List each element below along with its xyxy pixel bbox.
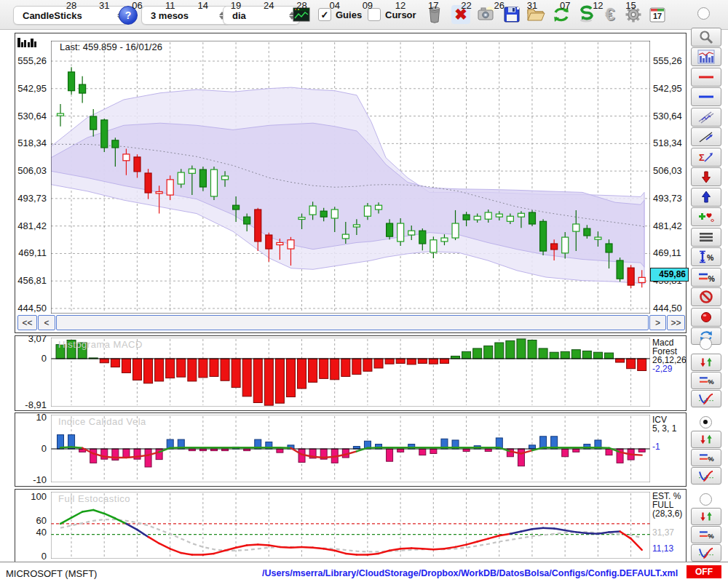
current-price-tag: 459,86 xyxy=(650,268,689,282)
cursor-label: Cursor xyxy=(385,9,416,20)
trash-icon[interactable] xyxy=(424,4,446,25)
nav-next-button[interactable]: > xyxy=(649,315,666,330)
stochastic-percent-button[interactable]: % xyxy=(691,526,721,543)
icv-curves-button[interactable] xyxy=(691,467,721,485)
help-button[interactable]: ? xyxy=(119,6,138,25)
period-dropdown[interactable]: 3 mesos xyxy=(141,6,230,25)
refresh-recycle-icon[interactable] xyxy=(550,4,572,25)
delete-x-icon[interactable]: ✖ xyxy=(450,4,472,25)
red-hline-tool-button[interactable] xyxy=(691,68,721,87)
icv-watermark: Indice Calidad Vela xyxy=(58,416,146,427)
channel-tool-button[interactable] xyxy=(691,108,721,127)
config-path-label: /Users/mserra/Library/CloudStorage/Dropb… xyxy=(262,568,677,578)
macd-watermark: Histograma MACD xyxy=(58,339,143,350)
reload-s-icon[interactable] xyxy=(575,4,597,25)
stochastic-legend-line: (28,3,6) xyxy=(652,509,682,518)
settings-gear-icon[interactable] xyxy=(622,4,644,25)
nav-last-button[interactable]: >> xyxy=(667,315,685,330)
arrow-up-tool-button[interactable] xyxy=(691,188,721,207)
marker-tools-button[interactable] xyxy=(691,207,721,226)
vertical-range-percent-button[interactable]: % xyxy=(691,247,721,266)
icv-percent-button[interactable]: % xyxy=(691,449,721,466)
camera-icon[interactable] xyxy=(475,4,496,25)
euro-icon[interactable]: € xyxy=(599,4,621,25)
macd-percent-button[interactable]: % xyxy=(691,372,721,389)
status-bar: MICROSOFT (MSFT) /Users/mserra/Library/C… xyxy=(0,562,728,582)
histogram-mini-icon xyxy=(17,35,38,48)
volume-chart-button[interactable] xyxy=(691,47,721,66)
mini-chart-icon[interactable] xyxy=(290,4,312,25)
svg-text:%: % xyxy=(708,378,714,386)
record-button[interactable] xyxy=(691,308,721,327)
stochastic-k-value: 11,13 xyxy=(652,544,673,553)
calendar-icon[interactable]: 17 xyxy=(646,4,668,25)
levels-lines-button[interactable] xyxy=(691,228,721,247)
off-status-badge[interactable]: OFF xyxy=(687,565,721,578)
svg-text:Σ: Σ xyxy=(699,152,705,163)
radio-main-chart[interactable] xyxy=(697,7,710,20)
toolbar: CandleSticks ? 3 mesos dia ✓ Guies Curso… xyxy=(0,0,728,30)
chart-type-label: CandleSticks xyxy=(23,10,82,21)
icv-legend-line: 5, 3, 1 xyxy=(652,424,676,433)
date-axis-strip[interactable] xyxy=(56,315,649,330)
svg-text:%: % xyxy=(708,455,714,463)
icv-current-value: -1 xyxy=(652,442,660,451)
calendar-day-label: 17 xyxy=(653,12,662,20)
help-label: ? xyxy=(125,9,132,21)
timeframe-label: dia xyxy=(232,10,246,21)
macd-arrows-button[interactable] xyxy=(691,354,721,371)
stochastic-chart[interactable] xyxy=(51,492,650,559)
price-chart[interactable] xyxy=(51,41,650,314)
timeframe-dropdown[interactable]: dia xyxy=(223,6,300,25)
svg-text:%: % xyxy=(707,253,714,262)
chart-type-dropdown[interactable]: CandleSticks xyxy=(13,6,128,25)
icv-arrows-button[interactable] xyxy=(691,431,721,448)
svg-text:%: % xyxy=(708,274,716,283)
stochastic-arrows-button[interactable] xyxy=(691,508,721,525)
radio-icv-panel[interactable] xyxy=(700,416,712,428)
macd-current-value: -2,29 xyxy=(652,364,687,373)
guies-label: Guies xyxy=(336,9,362,20)
nav-first-button[interactable]: << xyxy=(17,315,37,330)
open-folder-icon[interactable] xyxy=(525,4,547,25)
nav-prev-button[interactable]: < xyxy=(38,315,55,330)
macd-curves-button[interactable] xyxy=(691,390,721,407)
macd-legend: Macd Forest 26,12,26 -2,29 xyxy=(652,338,687,373)
icv-legend: ICV 5, 3, 1 xyxy=(652,415,676,433)
sigma-trend-tool-button[interactable]: Σ xyxy=(691,148,721,167)
stochastic-curves-button[interactable] xyxy=(691,544,721,562)
trendline-tool-button[interactable] xyxy=(691,127,721,146)
svg-text:%: % xyxy=(708,532,714,540)
checkbox-unchecked-icon xyxy=(368,8,381,21)
stochastic-legend: EST. % FULL (28,3,6) xyxy=(652,492,682,518)
app-window: CandleSticks ? 3 mesos dia ✓ Guies Curso… xyxy=(0,0,728,582)
checkbox-checked-icon: ✓ xyxy=(318,8,331,21)
zoom-tool-button[interactable] xyxy=(691,28,721,47)
stochastic-watermark: Full Estocastico xyxy=(58,493,130,504)
period-label: 3 mesos xyxy=(151,10,189,21)
arrow-down-tool-button[interactable] xyxy=(691,167,721,186)
symbol-label: MICROSOFT (MSFT) xyxy=(6,568,97,579)
lines-percent-button[interactable]: % xyxy=(691,268,721,287)
last-price-label: Last: 459.859 - 16/01/26 xyxy=(60,41,162,52)
guies-checkbox[interactable]: ✓ Guies xyxy=(318,8,362,21)
stochastic-d-value: 31,37 xyxy=(652,528,674,537)
prohibit-button[interactable] xyxy=(691,287,721,306)
radio-macd-panel[interactable] xyxy=(700,338,712,350)
save-floppy-icon[interactable] xyxy=(501,4,523,25)
radio-stochastic-panel[interactable] xyxy=(700,493,712,506)
cursor-checkbox[interactable]: Cursor xyxy=(368,8,416,21)
blue-hline-tool-button[interactable] xyxy=(691,87,721,106)
